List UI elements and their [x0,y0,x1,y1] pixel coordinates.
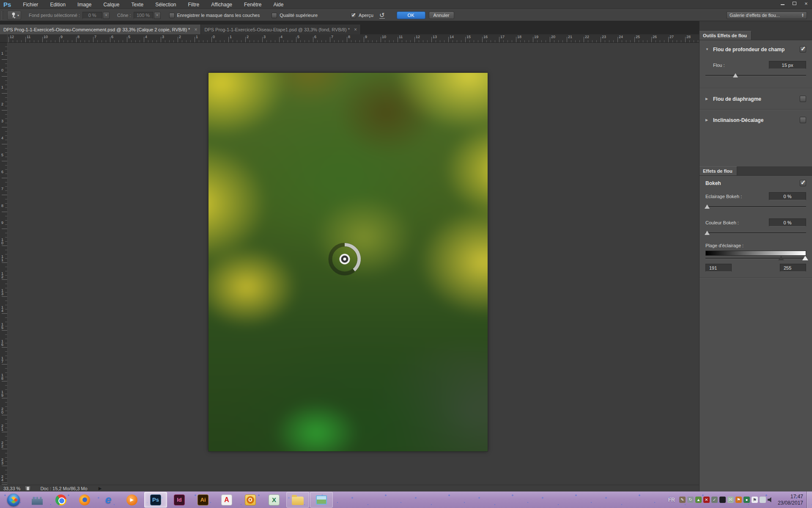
ruler-number: 10 [382,35,386,39]
blur-gallery-select[interactable]: Galerie d'effets de flou... ▲▼ [727,11,807,19]
outlook[interactable]: O [239,492,262,508]
zoom-level-field[interactable]: 33,33 % [0,486,25,491]
iris-blur-checkbox[interactable] [800,96,806,102]
ruler-number: 1 6 [1,340,3,346]
clock[interactable]: 17:47 23/08/2017 [778,494,803,506]
light-bokeh-slider[interactable] [705,204,806,209]
horizontal-ruler[interactable]: 1211109876543210123456789101112131415161… [8,34,699,43]
status-preview-icon[interactable] [25,486,31,491]
save-mask-checkbox[interactable]: Enregistrer le masque dans les couches [169,13,260,18]
bleed-label: Fond perdu sélectionné : [29,13,80,18]
options-bar-grip[interactable] [1,11,5,19]
tab-close-icon[interactable]: × [354,27,357,33]
image-viewer[interactable] [310,492,333,508]
windows-defender[interactable] [26,492,49,508]
usb-safely-remove-icon[interactable]: ✓ [711,497,718,503]
slider-thumb[interactable] [733,73,738,77]
blur-tools-panel-tab[interactable]: Outils Effets de flou [700,31,752,40]
action-center-flag-icon[interactable]: ⚑ [752,497,758,503]
status-menu-arrow-icon[interactable]: ▶ [99,486,102,491]
checkbox-checked-icon [351,13,356,18]
reset-icon[interactable]: ↺ [379,12,385,19]
vertical-ruler[interactable]: 101234567891 01 11 21 31 41 51 61 71 81 … [0,43,8,485]
mail-check-icon[interactable]: ✉ [727,497,734,503]
windows-explorer[interactable] [286,492,309,508]
document-canvas[interactable] [208,73,488,451]
tab-close-icon[interactable]: × [194,27,197,33]
slider-thumb[interactable] [705,204,710,209]
restore-button[interactable] [788,0,800,7]
light-range-gradient[interactable] [705,251,806,256]
menu-aide[interactable]: Aide [267,0,289,9]
bokeh-checkbox[interactable] [800,180,806,186]
color-bokeh-value-field[interactable]: 0 % [769,218,806,226]
tab-label: DPS Prog-1-1-Exercice5-Oiseau-Commenceme… [3,27,190,32]
internet-explorer[interactable]: e [97,492,120,508]
minimize-button[interactable] [776,0,788,7]
tilt-shift-checkbox[interactable] [800,117,806,123]
volume-icon[interactable] [768,497,774,503]
range-low-field[interactable]: 191 [705,264,732,272]
acrobat-reader[interactable]: A [215,492,238,508]
illustrator[interactable]: Ai [192,492,214,508]
close-button[interactable]: × [800,0,812,7]
sync-notify-icon[interactable]: ↻ [687,497,694,503]
photoshop[interactable]: Ps [144,492,167,508]
slider-thumb[interactable] [705,231,710,235]
backup-status-icon[interactable]: ● [743,497,750,503]
google-chrome[interactable] [49,492,72,508]
range-high-field[interactable]: 255 [780,264,806,272]
excel[interactable]: X [263,492,285,508]
light-bokeh-value-field[interactable]: 0 % [769,192,806,200]
triangle-right-icon: ▶ [705,97,710,101]
adobe-update-icon[interactable]: ✕ [703,497,710,503]
google-drive-icon[interactable]: ▲ [695,497,702,503]
field-blur-section-header[interactable]: ▼ Flou de profondeur de champ [705,46,806,52]
blur-pin[interactable] [326,240,364,278]
blur-pin-tool-button[interactable]: ▾ [7,11,21,20]
menu-items: FichierEditionImageCalqueTexteSélectionF… [17,0,289,9]
show-desktop-button[interactable] [807,491,812,508]
ruler-number: 2 0 [1,407,3,414]
defender-alert-icon[interactable]: ⚑ [735,497,742,503]
menu-texte[interactable]: Texte [125,0,149,9]
high-quality-checkbox[interactable]: Qualité supérieure [272,13,318,18]
range-low-thumb[interactable] [778,256,784,260]
language-indicator[interactable]: FR [668,497,675,503]
start-button[interactable] [2,492,25,508]
menu-filtre[interactable]: Filtre [182,0,206,9]
ruler-number: 7 [1,187,3,190]
taskbar-apps: e▶PsIdAiAOX [0,491,333,508]
network-icon[interactable] [760,497,766,503]
range-high-thumb[interactable] [802,256,808,260]
menu-image[interactable]: Image [71,0,97,9]
firefox-icon [79,494,90,505]
menu-bar: Ps FichierEditionImageCalqueTexteSélecti… [0,0,812,9]
indesign[interactable]: Id [168,492,191,508]
color-bokeh-slider[interactable] [705,230,806,235]
menu-fenetre[interactable]: Fenêtre [238,0,267,9]
field-blur-checkbox[interactable] [800,46,806,52]
menu-calque[interactable]: Calque [97,0,125,9]
satellite-icon[interactable] [719,497,726,503]
flou-slider[interactable] [705,73,806,78]
tilt-shift-section-header[interactable]: ▶ Inclinaison-Décalage [705,110,806,130]
menu-fichier[interactable]: Fichier [17,0,44,9]
iris-blur-section-header[interactable]: ▶ Flou de diaphragme [705,88,806,109]
tablet-pen-icon[interactable]: ✎ [679,497,686,503]
illustrator-icon: Ai [198,494,208,505]
flou-value-field[interactable]: 15 px [769,61,806,69]
menu-edition[interactable]: Edition [44,0,71,9]
windows-media-player[interactable]: ▶ [121,492,143,508]
bleed-dropdown: ▾ [103,12,110,19]
menu-affichage[interactable]: Affichage [205,0,238,9]
menu-selection[interactable]: Sélection [149,0,182,9]
indesign-icon: Id [174,494,185,505]
cancel-button[interactable]: Annuler [429,11,454,19]
document-tab-1[interactable]: DPS Prog-1-1-Exercice5-Oiseau-Commenceme… [0,25,201,34]
blur-effects-panel-tab[interactable]: Effets de flou [700,166,737,175]
firefox[interactable] [73,492,96,508]
preview-checkbox[interactable]: Aperçu [351,13,373,18]
document-tab-2[interactable]: DPS Prog-1-1-Exercice5-Oiseau-Etape1.psd… [201,25,361,34]
ok-button[interactable]: OK [397,11,425,19]
